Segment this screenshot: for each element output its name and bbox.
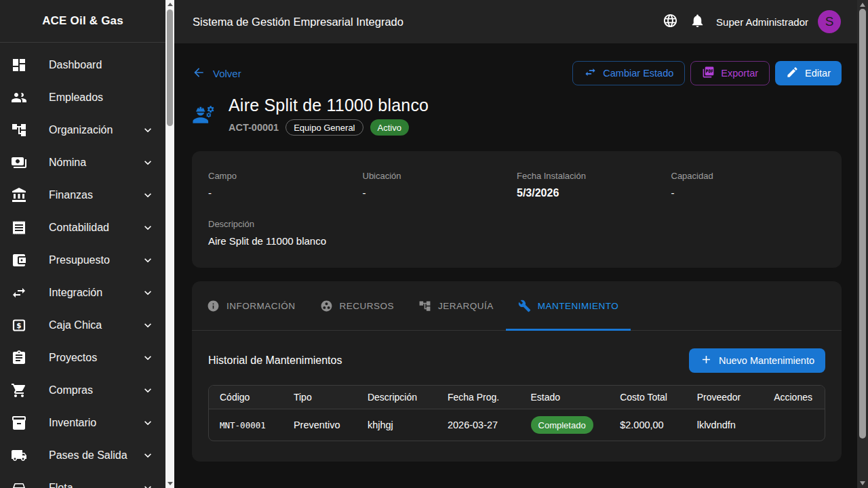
sidebar-item-compras[interactable]: Compras xyxy=(0,374,165,407)
avatar[interactable]: S xyxy=(818,10,841,33)
cart-icon xyxy=(11,382,27,399)
sidebar-item-integracion[interactable]: Integración xyxy=(0,277,165,309)
change-state-button[interactable]: Cambiar Estado xyxy=(572,61,685,85)
app-window: ACE Oil & Gas Dashboard Empleados Organi… xyxy=(0,0,868,488)
tab-recursos[interactable]: RECURSOS xyxy=(308,281,407,330)
cell-estado: Completado xyxy=(520,409,610,441)
column-header: Descripción xyxy=(357,386,437,409)
column-header: Proveedor xyxy=(686,386,764,409)
tab-informacion[interactable]: INFORMACIÓN xyxy=(195,281,308,330)
tab-mantenimiento[interactable]: MANTENIMIENTO xyxy=(506,281,631,330)
arrow-back-icon xyxy=(192,66,205,81)
sidebar-item-label: Flota xyxy=(49,482,141,488)
info-field-campo: Campo - xyxy=(208,171,363,199)
sidebar-item-organizacion[interactable]: Organización xyxy=(0,114,165,146)
wallet-icon xyxy=(11,252,27,268)
sidebar-item-flota[interactable]: Flota xyxy=(0,472,165,488)
sidebar-item-contabilidad[interactable]: Contabilidad xyxy=(0,211,165,244)
page-scrollbar-thumb[interactable] xyxy=(859,9,866,439)
table-header-row: Código Tipo Descripción Fecha Prog. Esta… xyxy=(209,386,825,409)
sidebar-item-label: Dashboard xyxy=(49,59,155,71)
cell-descripcion: khjhgj xyxy=(357,409,437,441)
chevron-down-icon xyxy=(141,188,155,202)
edit-button[interactable]: Editar xyxy=(775,61,842,85)
cell-tipo: Preventivo xyxy=(283,409,357,441)
back-link[interactable]: Volver xyxy=(192,66,241,81)
info-icon xyxy=(207,300,220,312)
asset-info-grid: Campo - Ubicación - Fecha Instalación 5/… xyxy=(208,171,825,199)
sidebar-item-label: Compras xyxy=(49,384,141,396)
main-area: Sistema de Gestión Empresarial Integrado… xyxy=(174,0,857,488)
status-badge: Completado xyxy=(531,416,593,434)
sidebar-item-label: Presupuesto xyxy=(49,254,141,266)
field-value: Aire Split de 11000 blanco xyxy=(208,235,825,247)
asset-meta: ACT-00001 Equipo General Activo xyxy=(229,119,429,136)
people-icon xyxy=(11,89,27,106)
change-state-label: Cambiar Estado xyxy=(603,68,673,79)
sidebar-item-label: Caja Chica xyxy=(49,319,141,331)
scroll-down-arrow-icon[interactable] xyxy=(860,481,865,485)
field-label: Campo xyxy=(208,171,363,181)
column-header: Estado xyxy=(520,386,610,409)
column-header: Tipo xyxy=(283,386,357,409)
sidebar-scrollbar-thumb[interactable] xyxy=(167,9,173,126)
field-label: Capacidad xyxy=(671,171,826,181)
org-tree-icon xyxy=(11,122,27,138)
chevron-down-icon xyxy=(141,481,155,488)
field-label: Descripción xyxy=(208,219,825,229)
category-chip: Equipo General xyxy=(285,119,363,136)
column-header: Costo Total xyxy=(609,386,686,409)
scroll-up-arrow-icon[interactable] xyxy=(860,3,865,7)
pdf-icon xyxy=(702,66,715,81)
sidebar-item-dashboard[interactable]: Dashboard xyxy=(0,49,165,81)
cell-fecha: 2026-03-27 xyxy=(437,409,520,441)
edit-label: Editar xyxy=(805,68,831,79)
maintenance-header: Historial de Mantenimientos Nuevo Manten… xyxy=(208,348,825,373)
tab-jerarquia[interactable]: JERARQUÍA xyxy=(406,281,506,330)
chevron-down-icon xyxy=(141,416,155,430)
asset-header: Aire Split de 11000 blanco ACT-00001 Equ… xyxy=(192,96,842,136)
page-title: Aire Split de 11000 blanco xyxy=(229,96,429,115)
table-row: MNT-00001 Preventivo khjhgj 2026-03-27 C… xyxy=(209,409,825,441)
sidebar-item-inventario[interactable]: Inventario xyxy=(0,407,165,439)
bell-icon xyxy=(690,13,705,30)
payments-icon xyxy=(11,155,27,171)
sidebar-item-proyectos[interactable]: Proyectos xyxy=(0,342,165,374)
dashboard-icon xyxy=(11,57,27,73)
asset-info-card: Campo - Ubicación - Fecha Instalación 5/… xyxy=(192,151,842,268)
app-title: Sistema de Gestión Empresarial Integrado xyxy=(193,16,403,28)
sidebar-item-empleados[interactable]: Empleados xyxy=(0,81,165,114)
sidebar-item-caja-chica[interactable]: $ Caja Chica xyxy=(0,309,165,342)
receipt-icon xyxy=(11,220,27,236)
chevron-down-icon xyxy=(141,319,155,332)
language-button[interactable] xyxy=(656,8,684,35)
export-button[interactable]: Exportar xyxy=(690,61,770,85)
tab-label: JERARQUÍA xyxy=(438,301,494,311)
cell-proveedor: lklvdndfn xyxy=(686,409,764,441)
plus-icon xyxy=(700,353,713,368)
sidebar-item-label: Contabilidad xyxy=(49,222,141,234)
page-scrollbar[interactable] xyxy=(857,0,868,488)
sidebar-item-nomina[interactable]: Nómina xyxy=(0,146,165,179)
wrench-icon xyxy=(518,300,531,312)
globe-icon xyxy=(663,13,678,30)
cash-box-icon: $ xyxy=(11,317,27,333)
sidebar-item-finanzas[interactable]: Finanzas xyxy=(0,179,165,211)
asset-code: ACT-00001 xyxy=(229,122,279,133)
org-tree-icon xyxy=(418,300,431,312)
new-maintenance-button[interactable]: Nuevo Mantenimiento xyxy=(689,348,825,373)
sidebar-item-pases-de-salida[interactable]: Pases de Salida xyxy=(0,439,165,472)
status-badge: Activo xyxy=(370,119,409,136)
scroll-up-arrow-icon[interactable] xyxy=(167,3,173,6)
cell-acciones xyxy=(763,409,825,441)
swap-icon xyxy=(584,66,597,81)
field-value: 5/3/2026 xyxy=(517,187,671,199)
sidebar-scrollbar[interactable] xyxy=(165,0,174,488)
sidebar-item-presupuesto[interactable]: Presupuesto xyxy=(0,244,165,277)
scroll-down-arrow-icon[interactable] xyxy=(167,482,173,485)
chevron-down-icon xyxy=(141,156,155,169)
notifications-button[interactable] xyxy=(684,8,711,35)
chevron-down-icon xyxy=(141,449,155,462)
chevron-down-icon xyxy=(141,123,155,137)
asset-title-block: Aire Split de 11000 blanco ACT-00001 Equ… xyxy=(229,96,429,136)
